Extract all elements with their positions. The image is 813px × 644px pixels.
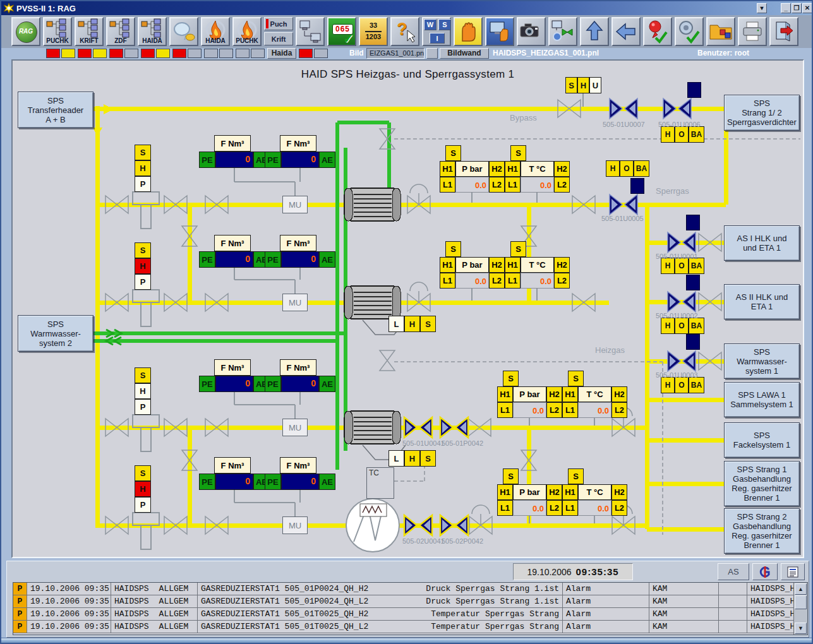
s-indicator: S: [568, 468, 584, 484]
group-name: ALLGEM: [159, 597, 189, 606]
valve-tag: 505-01U0005: [601, 215, 644, 222]
datetime-cell: 19.10.2006 09:35:01: [27, 595, 111, 607]
valve-tag: 505-01U0007: [603, 121, 645, 128]
alarm-row[interactable]: P 19.10.2006 09:35:01 HAIDSPS ALLGEM GAS…: [13, 595, 807, 608]
o-indicator: O: [675, 318, 689, 334]
l2-indicator: L2: [546, 402, 562, 418]
alarm-description: Druck Sperrgas Strang 1.ist: [426, 597, 559, 606]
alarm-scrollbar[interactable]: ▲ ▼: [793, 583, 807, 635]
as-button[interactable]: AS: [718, 563, 749, 580]
gauge-group: S H1 T °C H2 L1 0.0 L2: [562, 468, 627, 516]
sps-nav-button[interactable]: SPS Warmwasser- system 2: [18, 315, 93, 352]
empty-cell: [719, 621, 747, 633]
sps-nav-button[interactable]: SPS Strang 1/ 2 Sperrgasverdichter: [724, 95, 800, 131]
shp-indicator-stack: S H P: [135, 465, 151, 513]
datetime-cell: 19.10.2006 09:35:01: [27, 621, 111, 633]
gauge-group: S H1 P bar H2 L1 0.0 L2: [440, 241, 505, 289]
flow-display: F Nm³ PE 0 AE: [265, 235, 335, 268]
gauge-group: S H1 T °C H2 L1 0.0 L2: [505, 241, 570, 289]
alarm-type-cell: Alarm: [563, 621, 649, 633]
s-indicator: S: [503, 371, 519, 386]
ae-indicator: AE: [319, 376, 335, 392]
scroll-thumb[interactable]: [795, 595, 807, 609]
h-indicator: H: [135, 481, 151, 497]
sps-nav-button[interactable]: SPS Transferheader A + B: [18, 92, 93, 128]
mu-box: MU: [282, 294, 308, 311]
p-indicator: P: [135, 497, 151, 513]
l1-indicator: L1: [440, 177, 455, 193]
alarm-list-button[interactable]: [781, 563, 805, 580]
ack-cell: KAM: [649, 608, 719, 620]
ba-indicator: BA: [689, 126, 704, 143]
gauge-value: 0.0: [578, 500, 611, 516]
scroll-down-button[interactable]: ▼: [795, 623, 807, 634]
lhs-indicator-group: L H S: [388, 450, 436, 467]
h2-indicator: H2: [611, 484, 627, 500]
gauge-group: S H1 T °C H2 L1 0.0 L2: [505, 145, 570, 193]
gauge-value: 0.0: [521, 177, 554, 193]
alarm-row[interactable]: P 19.10.2006 09:35:01 HAIDSPS ALLGEM GAS…: [13, 621, 807, 633]
l2-indicator: L2: [611, 500, 627, 516]
sps-nav-button[interactable]: SPS Strang 2 Gasbehandlung Reg. gaserhit…: [724, 508, 800, 554]
mu-box: MU: [282, 516, 308, 534]
sps-nav-button[interactable]: SPS Strang 1 Gasbehandlung Reg. gaserhit…: [724, 461, 800, 506]
ba-indicator: BA: [634, 160, 649, 177]
datetime-cell: 19.10.2006 09:35:01: [27, 608, 111, 620]
l1-indicator: L1: [562, 402, 578, 418]
valve-tag: 505-01U0001: [656, 253, 698, 260]
alarm-row[interactable]: P 19.10.2006 09:35:01 HAIDSPS ALLGEM GAS…: [13, 608, 807, 621]
flow-unit-label: F Nm³: [214, 135, 251, 152]
valve-tag: 505-02U0041: [402, 537, 445, 545]
s-indicator: S: [445, 145, 461, 161]
l1-indicator: L1: [505, 273, 521, 289]
h1-indicator: H1: [497, 484, 513, 500]
alarm-description: Temperatur Sperrgas Strang: [431, 622, 559, 631]
flow-unit-label: F Nm³: [280, 457, 316, 474]
o-indicator: O: [675, 126, 689, 143]
flow-value: 0: [281, 474, 319, 490]
motor-status-square: [630, 178, 644, 194]
gauge-unit-label: T °C: [521, 161, 554, 177]
h2-indicator: H2: [554, 257, 570, 273]
s-indicator: S: [420, 450, 436, 467]
tag-description-cell: GASREDUZIERSTAT1 505_01P0024_QH_H2 Druck…: [198, 583, 563, 595]
shp-indicator-stack: S H P: [135, 145, 151, 192]
group-name: ALLGEM: [159, 584, 189, 593]
s-indicator: S: [510, 145, 526, 161]
s-indicator: S: [503, 468, 519, 484]
sps-nav-button[interactable]: SPS Warmwasser- system 1: [724, 343, 800, 379]
motor-status-square: [687, 82, 701, 98]
sps-nav-button[interactable]: AS II HLK und ETA 1: [724, 284, 800, 319]
gauge-value: 0.0: [455, 273, 489, 289]
system-cell: HAIDSPS ALLGEM: [111, 621, 198, 633]
datapoint-tag: GASREDUZIERSTAT1 505_01T0025_QH_L2: [201, 622, 368, 631]
l1-indicator: L1: [505, 177, 521, 193]
sps-nav-button[interactable]: SPS Fackelsystem 1: [724, 422, 800, 458]
gauge-value: 0.0: [578, 402, 611, 418]
flow-value: 0: [215, 251, 253, 268]
empty-cell: [719, 608, 747, 620]
pe-indicator: PE: [199, 474, 215, 490]
pe-indicator: PE: [265, 152, 281, 168]
ae-indicator: AE: [319, 474, 335, 490]
sps-nav-button[interactable]: SPS LAWA 1 Sammelsystem 1: [724, 382, 800, 417]
h-indicator: H: [577, 77, 589, 93]
alarm-row[interactable]: P 19.10.2006 09:35:01 HAIDSPS ALLGEM GAS…: [13, 583, 807, 595]
h-indicator: H: [404, 316, 420, 332]
sps-nav-button[interactable]: AS I HLK und und ETA 1: [724, 225, 800, 261]
flow-unit-label: F Nm³: [280, 235, 316, 251]
flow-value: 0: [215, 376, 253, 392]
flow-display: F Nm³ PE 0 AE: [199, 135, 270, 168]
button-label: AS: [728, 567, 738, 576]
tc-label: TC: [369, 468, 379, 477]
flow-unit-label: F Nm³: [214, 359, 251, 376]
h-indicator: H: [135, 383, 151, 399]
scroll-up-button[interactable]: ▲: [795, 583, 807, 595]
h-indicator: H: [135, 258, 151, 274]
l1-indicator: L1: [497, 500, 513, 516]
panel-cell: HAIDSPS_HEIZGAS: [747, 595, 793, 607]
h2-indicator: H2: [611, 386, 627, 402]
priority-cell: P: [13, 621, 27, 633]
l1-indicator: L1: [440, 273, 455, 289]
gedi-logo-button[interactable]: [752, 563, 778, 580]
